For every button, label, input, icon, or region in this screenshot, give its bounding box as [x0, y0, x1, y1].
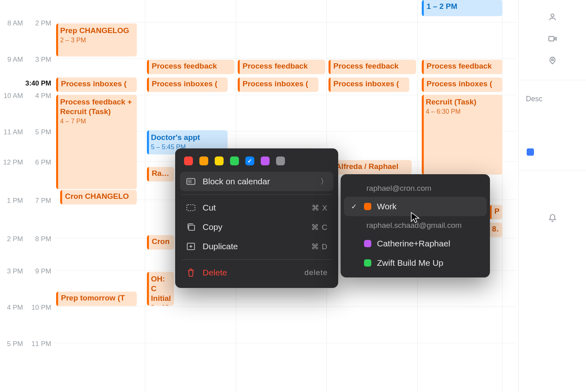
calendar-zwift[interactable]: Zwift Build Me Up — [344, 253, 487, 273]
svg-rect-4 — [188, 180, 191, 183]
event-process-feedback-recruit[interactable]: Process feedback + Recruit (Task) 4 – 7 … — [56, 95, 137, 189]
event-process-feedback[interactable]: Process feedback — [422, 60, 502, 74]
calendar-catherine-raphael[interactable]: Catherine+Raphael — [344, 234, 487, 253]
time-gutter-right: 2 PM 3 PM 3:40 PM 4 PM 5 PM 6 PM 7 PM 8 … — [26, 0, 54, 392]
menu-duplicate[interactable]: Duplicate ⌘ D — [180, 237, 333, 256]
event-quiet[interactable]: 1 – 2 PM — [422, 0, 502, 16]
cut-icon — [186, 203, 196, 212]
svg-rect-1 — [548, 37, 554, 41]
context-menu: Block on calendar 〉 Cut ⌘ X Copy ⌘ C Dup… — [175, 148, 338, 288]
event-alfreda-raphael[interactable]: Alfreda / Raphael — [331, 160, 412, 175]
event-process-inboxes[interactable]: Process inboxes ( — [329, 77, 409, 92]
svg-rect-5 — [187, 205, 195, 211]
event-process-inboxes[interactable]: Process inboxes ( — [422, 77, 502, 92]
color-swatch-row — [180, 154, 333, 172]
menu-block-on-calendar[interactable]: Block on calendar 〉 — [180, 172, 333, 191]
calendar-color-dot — [364, 259, 371, 267]
trash-icon — [186, 268, 196, 277]
event-pm[interactable]: PM — [490, 205, 502, 219]
check-icon: ✓ — [351, 202, 357, 211]
calendar-color-dot — [364, 240, 371, 247]
duplicate-icon — [186, 242, 196, 251]
swatch-purple[interactable] — [261, 156, 270, 165]
description-label[interactable]: Desc — [519, 95, 542, 103]
chevron-right-icon: 〉 — [320, 177, 328, 186]
swatch-yellow[interactable] — [215, 156, 224, 165]
event-process-feedback[interactable]: Process feedback — [147, 60, 234, 74]
bell-icon[interactable] — [548, 213, 557, 223]
account-header: raphael.schaad@gmail.com — [344, 216, 487, 234]
svg-rect-6 — [189, 225, 195, 230]
video-icon[interactable] — [548, 34, 557, 44]
menu-delete[interactable]: Delete delete — [180, 263, 333, 282]
time-gutter-left: 8 AM 9 AM 10 AM 11 AM 12 PM 1 PM 2 PM 3 … — [0, 0, 26, 392]
event-process-inboxes[interactable]: Process inboxes ( — [147, 77, 228, 92]
svg-point-2 — [551, 59, 553, 61]
event-oh[interactable]: OH: CInitial 9 – 10 PM — [147, 272, 174, 306]
event-process-inboxes[interactable]: Process inboxes ( — [56, 77, 137, 92]
copy-icon — [186, 223, 196, 231]
event-cron-changelog[interactable]: Cron CHANGELO — [60, 190, 137, 204]
event-raphael[interactable]: Rapha — [147, 167, 174, 181]
menu-cut[interactable]: Cut ⌘ X — [180, 198, 333, 217]
event-process-feedback[interactable]: Process feedback — [329, 60, 416, 74]
location-icon[interactable] — [548, 56, 557, 65]
right-sidebar: Desc — [518, 0, 586, 392]
swatch-red[interactable] — [184, 156, 193, 165]
event-process-inboxes[interactable]: Process inboxes ( — [238, 77, 318, 92]
event-process-feedback[interactable]: Process feedback — [238, 60, 325, 74]
swatch-gray[interactable] — [276, 156, 285, 165]
swatch-green[interactable] — [230, 156, 239, 165]
account-header: raphael@cron.com — [344, 179, 487, 197]
calendar-block-icon — [186, 177, 196, 186]
event-prep-changelog[interactable]: Prep CHANGELOG 2 – 3 PM — [56, 23, 137, 56]
calendar-color-dot — [364, 203, 371, 210]
swatch-blue[interactable] — [245, 156, 254, 165]
event-cron[interactable]: Cron — [147, 235, 174, 250]
calendar-work[interactable]: ✓ Work — [344, 197, 487, 216]
event-prep-tomorrow[interactable]: Prep tomorrow (T — [56, 292, 137, 306]
menu-copy[interactable]: Copy ⌘ C — [180, 217, 333, 237]
current-time-indicator: 3:40 PM — [25, 79, 51, 88]
calendar-picker-submenu: raphael@cron.com ✓ Work raphael.schaad@g… — [341, 174, 490, 277]
event-recruit[interactable]: Recruit (Task) 4 – 6:30 PM — [422, 95, 502, 175]
swatch-orange[interactable] — [199, 156, 208, 165]
user-icon[interactable] — [548, 12, 557, 22]
calendar-color-dot[interactable] — [527, 148, 534, 156]
svg-point-0 — [551, 14, 554, 17]
